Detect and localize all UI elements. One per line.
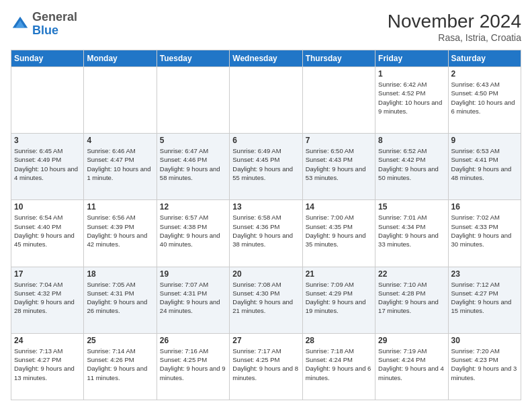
table-row: 18Sunrise: 7:05 AM Sunset: 4:31 PM Dayli… [84, 267, 157, 333]
day-number: 12 [160, 202, 226, 212]
day-info: Sunrise: 7:17 AM Sunset: 4:25 PM Dayligh… [232, 347, 299, 382]
calendar-table: Sunday Monday Tuesday Wednesday Thursday… [11, 50, 521, 400]
day-info: Sunrise: 6:46 AM Sunset: 4:47 PM Dayligh… [87, 146, 153, 182]
table-row [230, 67, 302, 134]
day-info: Sunrise: 7:02 AM Sunset: 4:33 PM Dayligh… [451, 213, 518, 248]
table-row [302, 67, 375, 134]
table-row: 14Sunrise: 7:00 AM Sunset: 4:35 PM Dayli… [302, 200, 375, 267]
day-number: 26 [160, 336, 226, 345]
day-number: 24 [14, 336, 81, 345]
table-row: 24Sunrise: 7:13 AM Sunset: 4:27 PM Dayli… [11, 333, 84, 400]
table-row: 8Sunrise: 6:52 AM Sunset: 4:42 PM Daylig… [375, 134, 448, 200]
logo-text: General Blue [32, 11, 77, 38]
day-number: 15 [378, 202, 445, 212]
header: General Blue November 2024 Rasa, Istria,… [11, 11, 521, 43]
table-row: 22Sunrise: 7:10 AM Sunset: 4:28 PM Dayli… [375, 267, 448, 333]
day-number: 14 [306, 202, 372, 212]
day-number: 2 [451, 69, 518, 79]
table-row: 6Sunrise: 6:49 AM Sunset: 4:45 PM Daylig… [230, 134, 302, 200]
day-info: Sunrise: 7:16 AM Sunset: 4:25 PM Dayligh… [160, 347, 226, 382]
day-info: Sunrise: 7:10 AM Sunset: 4:28 PM Dayligh… [378, 280, 445, 316]
day-info: Sunrise: 6:43 AM Sunset: 4:50 PM Dayligh… [451, 80, 518, 116]
day-info: Sunrise: 7:01 AM Sunset: 4:34 PM Dayligh… [378, 213, 445, 248]
table-row: 12Sunrise: 6:57 AM Sunset: 4:38 PM Dayli… [157, 200, 229, 267]
table-row: 29Sunrise: 7:19 AM Sunset: 4:24 PM Dayli… [375, 333, 448, 400]
day-info: Sunrise: 7:05 AM Sunset: 4:31 PM Dayligh… [87, 280, 153, 316]
day-info: Sunrise: 6:54 AM Sunset: 4:40 PM Dayligh… [14, 213, 81, 248]
table-row: 7Sunrise: 6:50 AM Sunset: 4:43 PM Daylig… [302, 134, 375, 200]
table-row: 5Sunrise: 6:47 AM Sunset: 4:46 PM Daylig… [157, 134, 229, 200]
day-info: Sunrise: 7:07 AM Sunset: 4:31 PM Dayligh… [160, 280, 226, 316]
day-number: 3 [14, 136, 81, 145]
day-number: 25 [87, 336, 153, 345]
day-number: 28 [306, 336, 372, 345]
table-row: 21Sunrise: 7:09 AM Sunset: 4:29 PM Dayli… [302, 267, 375, 333]
table-row: 9Sunrise: 6:53 AM Sunset: 4:41 PM Daylig… [448, 134, 521, 200]
day-info: Sunrise: 7:08 AM Sunset: 4:30 PM Dayligh… [232, 280, 299, 316]
table-row: 26Sunrise: 7:16 AM Sunset: 4:25 PM Dayli… [157, 333, 229, 400]
day-number: 29 [378, 336, 445, 345]
day-info: Sunrise: 6:42 AM Sunset: 4:52 PM Dayligh… [378, 80, 445, 116]
day-info: Sunrise: 7:20 AM Sunset: 4:23 PM Dayligh… [451, 347, 518, 382]
table-row [11, 67, 84, 134]
table-row: 25Sunrise: 7:14 AM Sunset: 4:26 PM Dayli… [84, 333, 157, 400]
table-row [84, 67, 157, 134]
day-number: 4 [87, 136, 153, 145]
page: General Blue November 2024 Rasa, Istria,… [0, 0, 532, 411]
day-info: Sunrise: 6:52 AM Sunset: 4:42 PM Dayligh… [378, 146, 445, 182]
day-info: Sunrise: 6:53 AM Sunset: 4:41 PM Dayligh… [451, 146, 518, 182]
table-row: 2Sunrise: 6:43 AM Sunset: 4:50 PM Daylig… [448, 67, 521, 134]
table-row: 3Sunrise: 6:45 AM Sunset: 4:49 PM Daylig… [11, 134, 84, 200]
table-row: 11Sunrise: 6:56 AM Sunset: 4:39 PM Dayli… [84, 200, 157, 267]
day-info: Sunrise: 7:04 AM Sunset: 4:32 PM Dayligh… [14, 280, 81, 316]
weekday-header-row: Sunday Monday Tuesday Wednesday Thursday… [11, 50, 521, 67]
logo-icon [11, 15, 30, 34]
day-number: 18 [87, 269, 153, 279]
day-number: 27 [232, 336, 299, 345]
header-tuesday: Tuesday [157, 50, 229, 67]
header-thursday: Thursday [302, 50, 375, 67]
day-info: Sunrise: 7:13 AM Sunset: 4:27 PM Dayligh… [14, 347, 81, 382]
table-row: 16Sunrise: 7:02 AM Sunset: 4:33 PM Dayli… [448, 200, 521, 267]
table-row: 28Sunrise: 7:18 AM Sunset: 4:24 PM Dayli… [302, 333, 375, 400]
day-info: Sunrise: 7:09 AM Sunset: 4:29 PM Dayligh… [306, 280, 372, 316]
day-number: 9 [451, 136, 518, 145]
day-number: 8 [378, 136, 445, 145]
day-number: 30 [451, 336, 518, 345]
day-number: 19 [160, 269, 226, 279]
day-number: 20 [232, 269, 299, 279]
day-number: 7 [306, 136, 372, 145]
table-row [157, 67, 229, 134]
calendar-week-row: 17Sunrise: 7:04 AM Sunset: 4:32 PM Dayli… [11, 267, 521, 333]
day-number: 22 [378, 269, 445, 279]
day-info: Sunrise: 6:47 AM Sunset: 4:46 PM Dayligh… [160, 146, 226, 182]
day-info: Sunrise: 7:12 AM Sunset: 4:27 PM Dayligh… [451, 280, 518, 316]
day-number: 5 [160, 136, 226, 145]
day-info: Sunrise: 6:57 AM Sunset: 4:38 PM Dayligh… [160, 213, 226, 248]
table-row: 19Sunrise: 7:07 AM Sunset: 4:31 PM Dayli… [157, 267, 229, 333]
table-row: 30Sunrise: 7:20 AM Sunset: 4:23 PM Dayli… [448, 333, 521, 400]
title-block: November 2024 Rasa, Istria, Croatia [388, 11, 521, 43]
day-number: 13 [232, 202, 299, 212]
day-number: 17 [14, 269, 81, 279]
month-title: November 2024 [388, 11, 521, 32]
table-row: 10Sunrise: 6:54 AM Sunset: 4:40 PM Dayli… [11, 200, 84, 267]
header-saturday: Saturday [448, 50, 521, 67]
table-row: 1Sunrise: 6:42 AM Sunset: 4:52 PM Daylig… [375, 67, 448, 134]
table-row: 13Sunrise: 6:58 AM Sunset: 4:36 PM Dayli… [230, 200, 302, 267]
table-row: 23Sunrise: 7:12 AM Sunset: 4:27 PM Dayli… [448, 267, 521, 333]
calendar-week-row: 3Sunrise: 6:45 AM Sunset: 4:49 PM Daylig… [11, 134, 521, 200]
logo-general: General [32, 10, 77, 24]
day-info: Sunrise: 7:14 AM Sunset: 4:26 PM Dayligh… [87, 347, 153, 382]
calendar-week-row: 1Sunrise: 6:42 AM Sunset: 4:52 PM Daylig… [11, 67, 521, 134]
table-row: 4Sunrise: 6:46 AM Sunset: 4:47 PM Daylig… [84, 134, 157, 200]
day-number: 1 [378, 69, 445, 79]
calendar-week-row: 24Sunrise: 7:13 AM Sunset: 4:27 PM Dayli… [11, 333, 521, 400]
day-number: 23 [451, 269, 518, 279]
logo-blue: Blue [32, 24, 58, 37]
day-info: Sunrise: 7:18 AM Sunset: 4:24 PM Dayligh… [306, 347, 372, 382]
header-friday: Friday [375, 50, 448, 67]
day-number: 10 [14, 202, 81, 212]
day-number: 21 [306, 269, 372, 279]
table-row: 27Sunrise: 7:17 AM Sunset: 4:25 PM Dayli… [230, 333, 302, 400]
